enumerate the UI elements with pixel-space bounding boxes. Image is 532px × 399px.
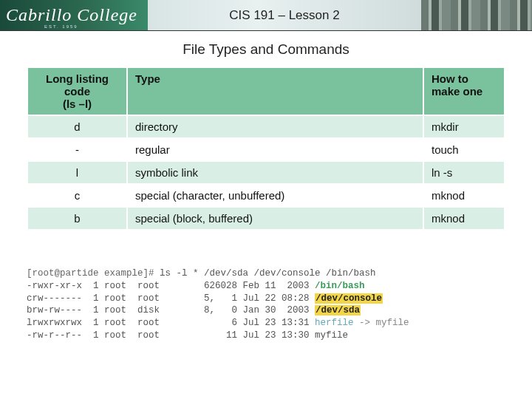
logo-area: Cabrillo College EST. 1959: [0, 0, 148, 30]
table-row: cspecial (character, unbuffered)mknod: [27, 184, 505, 207]
content-area: File Types and Commands Long listing cod…: [0, 31, 532, 367]
table-row: bspecial (block, buffered)mknod: [27, 207, 505, 230]
file-name: myfile: [315, 330, 348, 341]
cell-type: special (character, unbuffered): [127, 184, 423, 207]
table-row: lsymbolic linkln -s: [27, 161, 505, 184]
col-header-make: How to make one: [423, 67, 505, 115]
cell-make: mkdir: [423, 115, 505, 138]
page-title: CIS 191 – Lesson 2: [229, 8, 339, 23]
section-title: File Types and Commands: [27, 41, 505, 58]
banner-title-area: CIS 191 – Lesson 2: [148, 0, 421, 30]
file-name: /dev/console: [315, 293, 383, 304]
col-header-type: Type: [127, 67, 423, 115]
file-name: /bin/bash: [315, 281, 365, 291]
file-name: herfile: [315, 318, 354, 328]
cell-type: symbolic link: [127, 161, 423, 184]
logo-est: EST. 1959: [44, 24, 78, 29]
table-row: -regulartouch: [27, 138, 505, 161]
cell-code: c: [27, 184, 127, 207]
logo-text: Cabrillo College: [6, 5, 137, 25]
terminal-prompt-line: [root@partide example]# ls -l * /dev/sda…: [27, 267, 505, 280]
cell-make: touch: [423, 138, 505, 161]
banner-decoration: [421, 0, 532, 30]
col-header-code: Long listing code (ls –l): [27, 67, 127, 115]
cell-type: special (block, buffered): [127, 207, 423, 230]
cell-make: mknod: [423, 184, 505, 207]
symlink-arrow: -> myfile: [354, 318, 409, 328]
terminal-output: [root@partide example]# ls -l * /dev/sda…: [27, 242, 505, 367]
terminal-command: ls -l * /dev/sda /dev/console /bin/bash: [160, 268, 376, 279]
cell-make: ln -s: [423, 161, 505, 184]
terminal-line: -rwxr-xr-x 1 root root 626028 Feb 11 200…: [27, 280, 505, 293]
cell-code: d: [27, 115, 127, 138]
terminal-line: brw-rw---- 1 root disk 8, 0 Jan 30 2003 …: [27, 304, 505, 317]
cell-code: b: [27, 207, 127, 230]
cell-code: -: [27, 138, 127, 161]
file-types-table: Long listing code (ls –l) Type How to ma…: [27, 66, 505, 231]
terminal-line: -rw-r--r-- 1 root root 11 Jul 23 13:30 m…: [27, 330, 505, 342]
terminal-line: lrwxrwxrwx 1 root root 6 Jul 23 13:31 he…: [27, 317, 505, 330]
cell-code: l: [27, 161, 127, 184]
header-banner: Cabrillo College EST. 1959 CIS 191 – Les…: [0, 0, 532, 31]
cell-type: regular: [127, 138, 423, 161]
cell-type: directory: [127, 115, 423, 138]
file-name: /dev/sda: [315, 305, 361, 316]
cell-make: mknod: [423, 207, 505, 230]
table-row: ddirectorymkdir: [27, 115, 505, 138]
prompt: [root@partide example]#: [27, 268, 154, 279]
terminal-line: crw------- 1 root root 5, 1 Jul 22 08:28…: [27, 293, 505, 305]
